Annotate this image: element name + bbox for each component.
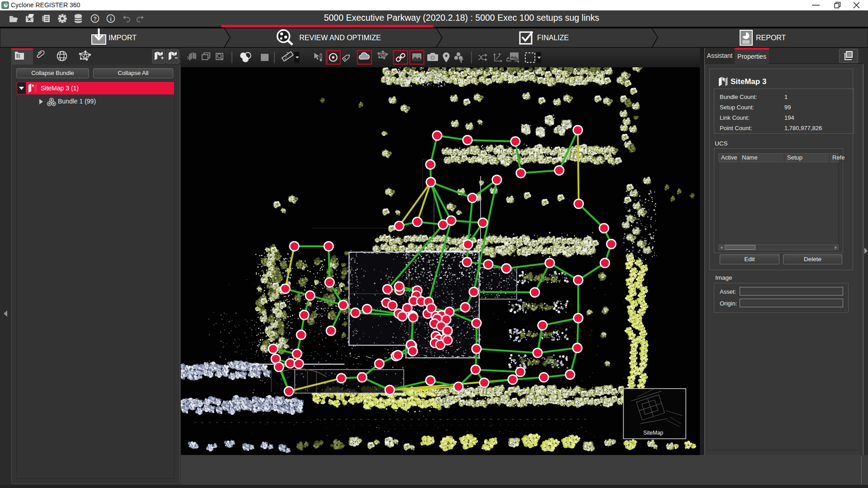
svg-text:REVIEW AND OPTIMIZE: REVIEW AND OPTIMIZE [299,34,381,42]
svg-text:FINALIZE: FINALIZE [537,34,569,42]
svg-text:SiteMap: SiteMap [643,430,663,436]
svg-text:IMPORT: IMPORT [108,34,137,42]
svg-text:REPORT: REPORT [756,34,786,42]
